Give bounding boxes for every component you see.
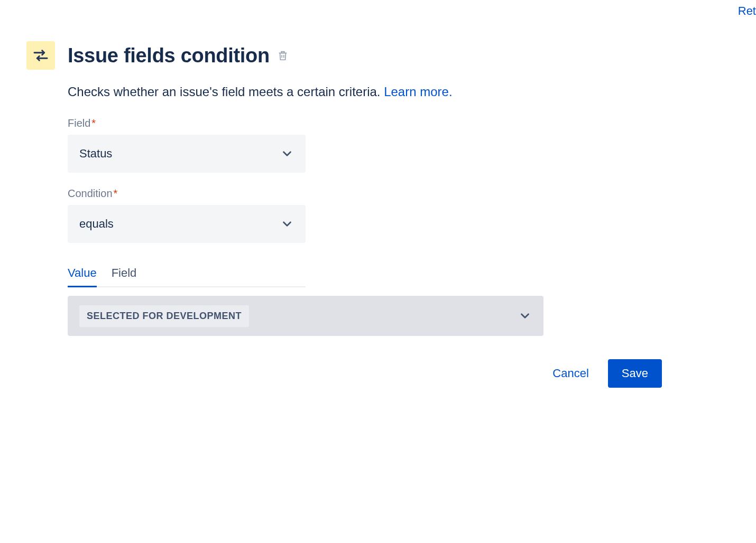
save-button[interactable]: Save [608,359,662,388]
trash-icon[interactable] [277,50,289,61]
tab-field[interactable]: Field [112,266,137,286]
field-group: Field* Status [68,117,730,173]
condition-label: Condition* [68,188,730,200]
required-star: * [91,117,96,129]
field-select[interactable]: Status [68,135,306,173]
condition-select[interactable]: equals [68,205,306,243]
chevron-down-icon [280,147,294,161]
chevron-down-icon [280,217,294,231]
cancel-button[interactable]: Cancel [548,359,593,388]
learn-more-link[interactable]: Learn more. [384,85,452,99]
condition-group: Condition* equals [68,188,730,243]
description-text: Checks whether an issue's field meets a … [68,85,384,99]
footer-actions: Cancel Save [26,359,730,388]
top-right-link[interactable]: Ret [738,4,756,18]
status-lozenge: SELECTED FOR DEVELOPMENT [79,305,249,327]
field-select-value: Status [79,147,112,161]
value-select[interactable]: SELECTED FOR DEVELOPMENT [68,296,543,336]
description: Checks whether an issue's field meets a … [68,85,730,99]
field-label: Field* [68,117,730,129]
tabs: Value Field [68,266,306,287]
page-title: Issue fields condition [68,44,270,67]
chevron-down-icon [518,309,532,323]
condition-select-value: equals [79,217,114,231]
tab-value[interactable]: Value [68,266,97,286]
required-star: * [114,188,118,199]
condition-icon [26,41,55,70]
header-row: Issue fields condition [26,41,730,70]
